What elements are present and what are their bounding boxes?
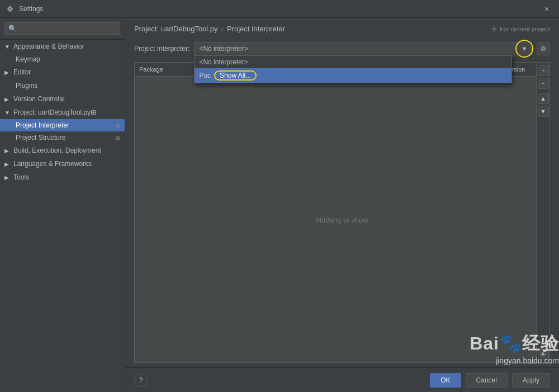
interpreter-row: Project Interpreter: <No interpreter> ▼ …: [125, 37, 559, 60]
dropdown-menu: <No interpreter> Pac Show All...: [194, 55, 512, 83]
gear-button[interactable]: [537, 42, 550, 55]
apply-button[interactable]: Apply: [512, 373, 550, 388]
sidebar-item-project-group[interactable]: ▼ Project: uartDebugTool.py ⊞: [0, 106, 125, 119]
scroll-down-button[interactable]: ▼: [538, 106, 549, 117]
dropdown-option-no-interpreter[interactable]: <No interpreter>: [195, 56, 511, 68]
interpreter-selected-value: <No interpreter>: [199, 45, 248, 53]
add-package-button[interactable]: +: [538, 65, 549, 76]
settings-small-icon: [491, 26, 498, 32]
sidebar-item-languages-label: Languages & Frameworks: [13, 160, 92, 168]
sidebar-item-languages[interactable]: ▶ Languages & Frameworks: [0, 157, 125, 171]
sidebar-item-keymap-label: Keymap: [16, 55, 40, 63]
settings-icon: [6, 4, 15, 13]
sidebar-item-editor-label: Editor: [13, 68, 31, 76]
dropdown-option-show-all[interactable]: Pac Show All...: [195, 68, 511, 83]
window-title: Settings: [19, 5, 540, 13]
sidebar-item-tools[interactable]: ▶ Tools: [0, 171, 125, 184]
ok-button[interactable]: OK: [430, 373, 461, 388]
svg-point-0: [9, 7, 12, 10]
sidebar-item-project-group-label: Project: uartDebugTool.py: [13, 108, 91, 116]
gear-icon: [539, 45, 547, 53]
pi-icon: ⊞: [116, 122, 120, 129]
info-button[interactable]: 👁: [538, 349, 549, 360]
breadcrumb-project: Project: uartDebugTool.py: [134, 25, 218, 33]
dropdown-arrow-button[interactable]: ▼: [517, 42, 532, 55]
sidebar-item-editor[interactable]: ▶ Editor: [0, 65, 125, 79]
sidebar-item-plugins-label: Plugins: [16, 82, 37, 89]
svg-point-1: [493, 28, 495, 30]
search-input[interactable]: [4, 22, 120, 35]
chevron-down-icon: ▼: [522, 45, 528, 52]
sidebar-item-pi-label: Project Interpreter: [16, 121, 69, 129]
expand-arrow-tools: ▶: [4, 174, 11, 181]
help-button[interactable]: ?: [134, 374, 148, 387]
breadcrumb-for-current: For current project: [491, 26, 550, 32]
sidebar-item-ps-label: Project Structure: [16, 134, 65, 141]
expand-arrow-editor: ▶: [4, 69, 11, 75]
close-button[interactable]: ×: [540, 2, 553, 16]
expand-arrow-lang: ▶: [4, 161, 11, 167]
breadcrumb-separator: ›: [221, 25, 224, 33]
packages-table: Package Version Latest version Nothing t…: [134, 62, 550, 363]
for-current-label: For current project: [500, 26, 550, 32]
sidebar-item-appearance-label: Appearance & Behavior: [13, 42, 84, 50]
show-all-label[interactable]: Show All...: [214, 70, 257, 81]
title-bar: Settings ×: [0, 0, 559, 18]
nothing-to-show-label: Nothing to show: [316, 215, 368, 224]
sidebar-item-plugins[interactable]: Plugins: [0, 79, 125, 92]
interpreter-display-field[interactable]: <No interpreter>: [194, 42, 532, 55]
sidebar-item-version-control[interactable]: ▶ Version Control ⊞: [0, 92, 125, 106]
remove-package-button[interactable]: −: [538, 78, 549, 89]
table-body: Nothing to show: [135, 77, 549, 362]
vc-icon: ⊞: [59, 95, 65, 103]
scroll-up-button[interactable]: ▲: [538, 93, 549, 104]
sidebar-item-appearance[interactable]: ▼ Appearance & Behavior: [0, 40, 125, 53]
sidebar-item-build[interactable]: ▶ Build, Execution, Deployment: [0, 144, 125, 157]
sidebar-item-project-interpreter[interactable]: Project Interpreter ⊞: [0, 119, 125, 131]
bottom-bar: ? OK Cancel Apply: [125, 367, 559, 392]
svg-point-2: [542, 48, 544, 50]
sidebar-item-project-structure[interactable]: Project Structure ⊞: [0, 131, 125, 144]
project-icon: ⊞: [91, 108, 96, 116]
expand-arrow-project: ▼: [4, 110, 11, 116]
interpreter-label: Project Interpreter:: [134, 45, 190, 53]
sidebar: ▼ Appearance & Behavior Keymap ▶ Editor …: [0, 18, 125, 392]
search-box: [0, 18, 125, 40]
breadcrumb-current: Project Interpreter: [227, 25, 285, 33]
content-area: Project: uartDebugTool.py › Project Inte…: [125, 18, 559, 392]
sidebar-item-keymap[interactable]: Keymap: [0, 53, 125, 65]
table-action-buttons: + − ▲ ▼ 👁: [536, 63, 549, 362]
expand-arrow-appearance: ▼: [4, 44, 11, 50]
ps-icon: ⊞: [116, 135, 120, 141]
expand-arrow-vc: ▶: [4, 96, 11, 102]
expand-arrow-build: ▶: [4, 148, 11, 154]
breadcrumb: Project: uartDebugTool.py › Project Inte…: [125, 18, 559, 37]
cancel-button[interactable]: Cancel: [466, 373, 508, 388]
sidebar-item-vc-label: Version Control: [13, 95, 59, 103]
main-layout: ▼ Appearance & Behavior Keymap ▶ Editor …: [0, 18, 559, 392]
sidebar-item-build-label: Build, Execution, Deployment: [13, 147, 101, 154]
dropdown-option2-text: Pac: [199, 72, 211, 79]
sidebar-item-tools-label: Tools: [13, 173, 29, 181]
interpreter-select-wrapper: <No interpreter> ▼ <No interpreter> Pac: [194, 42, 532, 55]
